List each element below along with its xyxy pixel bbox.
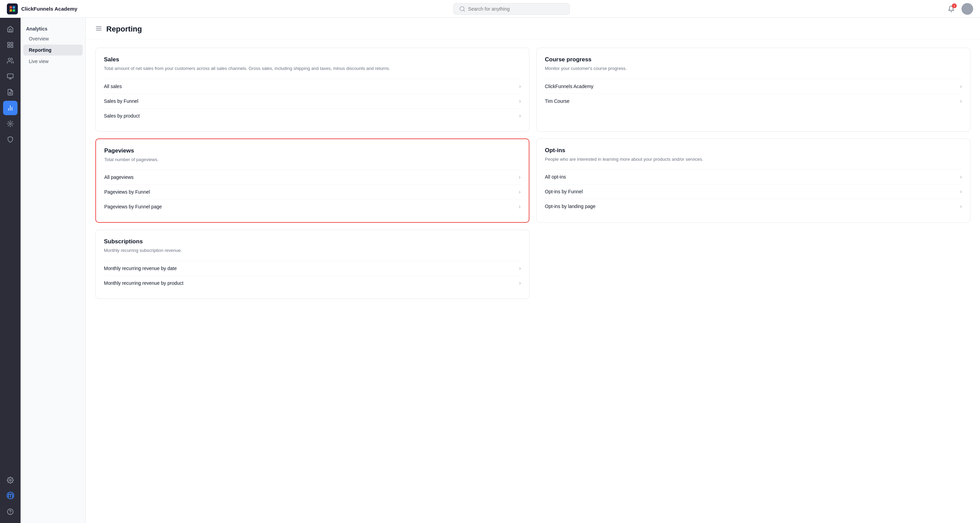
card-link-opt-ins-0[interactable]: All opt-ins › — [545, 169, 962, 184]
sidebar-icon-contacts[interactable] — [3, 54, 18, 68]
card-link-opt-ins-1[interactable]: Opt-ins by Funnel › — [545, 184, 962, 199]
reporting-cards: Sales Total amount of net sales from you… — [86, 40, 980, 307]
card-link-subscriptions-1[interactable]: Monthly recurring revenue by product › — [104, 275, 521, 290]
sidebar-icon-funnels[interactable] — [3, 38, 18, 52]
card-link-label: Opt-ins by landing page — [545, 203, 596, 209]
card-link-label: Pageviews by Funnel page — [104, 204, 162, 210]
card-link-course-progress-0[interactable]: ClickFunnels Academy › — [545, 79, 962, 94]
sidebar-icon-crm[interactable] — [3, 85, 18, 99]
chevron-right-icon: › — [960, 189, 962, 195]
menu-icon[interactable] — [95, 25, 102, 33]
sidebar-section-analytics[interactable]: Analytics — [21, 23, 85, 33]
card-link-sales-1[interactable]: Sales by Funnel › — [104, 94, 521, 108]
card-link-label: Sales by product — [104, 113, 140, 119]
sidebar-icon-help[interactable] — [3, 504, 18, 519]
sidebar-navigation: Analytics Overview Reporting Live view — [21, 18, 86, 523]
chevron-right-icon: › — [519, 174, 520, 180]
notification-badge: 1 — [952, 3, 957, 8]
card-desc-subscriptions: Monthly recurring subscription revenue. — [104, 247, 521, 254]
notification-button[interactable]: 1 — [946, 3, 957, 14]
top-navigation: ClickFunnels Academy 1 — [0, 0, 980, 18]
card-link-pageviews-1[interactable]: Pageviews by Funnel › — [104, 184, 520, 199]
chevron-right-icon: › — [519, 280, 521, 286]
sidebar-item-reporting[interactable]: Reporting — [23, 45, 83, 56]
top-nav-right: 1 — [946, 3, 973, 15]
app-logo — [7, 3, 18, 14]
sidebar-item-overview[interactable]: Overview — [23, 33, 83, 44]
card-link-label: Sales by Funnel — [104, 99, 138, 104]
card-link-label: All opt-ins — [545, 174, 566, 180]
card-pageviews: Pageviews Total number of pageviews. All… — [95, 138, 530, 223]
card-link-label: All pageviews — [104, 175, 134, 180]
svg-point-17 — [10, 480, 11, 481]
card-link-label: Tim Course — [545, 99, 570, 104]
card-sales: Sales Total amount of net sales from you… — [95, 48, 530, 132]
chevron-right-icon: › — [519, 203, 520, 210]
chevron-right-icon: › — [519, 113, 521, 119]
svg-rect-6 — [11, 43, 13, 45]
card-desc-pageviews: Total number of pageviews. — [104, 156, 520, 163]
card-desc-opt-ins: People who are interested in learning mo… — [545, 156, 962, 163]
card-title-subscriptions: Subscriptions — [104, 238, 521, 245]
app-name: ClickFunnels Academy — [21, 6, 78, 12]
card-link-pageviews-0[interactable]: All pageviews › — [104, 170, 520, 184]
chevron-right-icon: › — [519, 98, 521, 104]
sidebar-icon-ai[interactable]: ⓜ — [3, 489, 18, 503]
card-link-course-progress-1[interactable]: Tim Course › — [545, 94, 962, 108]
card-link-label: All sales — [104, 84, 122, 89]
sidebar-icon-analytics[interactable] — [3, 101, 18, 115]
card-link-sales-0[interactable]: All sales › — [104, 79, 521, 94]
search-input[interactable] — [468, 6, 564, 12]
main-layout: ⓜ Analytics Overview Reporting Live view… — [0, 18, 980, 523]
card-link-label: Monthly recurring revenue by date — [104, 265, 177, 271]
sidebar-icon-settings[interactable] — [3, 473, 18, 487]
svg-rect-3 — [13, 9, 15, 12]
content-header: Reporting — [86, 18, 980, 40]
svg-rect-8 — [8, 46, 10, 48]
card-title-course-progress: Course progress — [545, 56, 962, 63]
card-subscriptions: Subscriptions Monthly recurring subscrip… — [95, 230, 530, 299]
card-link-label: Monthly recurring revenue by product — [104, 280, 183, 286]
svg-rect-0 — [10, 6, 12, 9]
avatar[interactable] — [961, 3, 973, 15]
sidebar-icons: ⓜ — [0, 18, 21, 523]
sidebar-icon-products[interactable] — [3, 69, 18, 84]
card-opt-ins: Opt-ins People who are interested in lea… — [536, 138, 970, 223]
card-desc-sales: Total amount of net sales from your cust… — [104, 65, 521, 72]
card-link-opt-ins-2[interactable]: Opt-ins by landing page › — [545, 199, 962, 213]
sidebar-icon-courses[interactable] — [3, 132, 18, 147]
sidebar-icon-home[interactable] — [3, 22, 18, 37]
chevron-right-icon: › — [960, 83, 962, 89]
svg-rect-2 — [10, 9, 12, 12]
content-area: Reporting Sales Total amount of net sale… — [86, 18, 980, 523]
sidebar-item-live-view[interactable]: Live view — [23, 56, 83, 67]
card-course-progress: Course progress Monitor your customer's … — [536, 48, 970, 132]
card-link-subscriptions-0[interactable]: Monthly recurring revenue by date › — [104, 261, 521, 275]
card-title-opt-ins: Opt-ins — [545, 147, 962, 154]
svg-point-16 — [10, 123, 11, 125]
card-link-label: Pageviews by Funnel — [104, 189, 150, 195]
card-desc-course-progress: Monitor your customer's course progress. — [545, 65, 962, 72]
card-link-pageviews-2[interactable]: Pageviews by Funnel page › — [104, 199, 520, 214]
chevron-right-icon: › — [519, 83, 521, 89]
chevron-right-icon: › — [519, 189, 520, 195]
card-link-label: ClickFunnels Academy — [545, 84, 593, 89]
search-bar[interactable] — [453, 3, 570, 15]
card-link-label: Opt-ins by Funnel — [545, 189, 583, 194]
svg-rect-7 — [11, 46, 13, 48]
chevron-right-icon: › — [960, 174, 962, 180]
sidebar-icon-automations[interactable] — [3, 116, 18, 131]
svg-rect-5 — [8, 43, 10, 45]
chevron-right-icon: › — [960, 203, 962, 210]
chevron-right-icon: › — [519, 265, 521, 272]
card-title-sales: Sales — [104, 56, 521, 63]
card-link-sales-2[interactable]: Sales by product › — [104, 108, 521, 123]
top-nav-left: ClickFunnels Academy — [7, 3, 78, 14]
svg-rect-10 — [8, 74, 13, 78]
search-icon — [459, 5, 465, 12]
card-title-pageviews: Pageviews — [104, 147, 520, 154]
chevron-right-icon: › — [960, 98, 962, 104]
svg-rect-1 — [13, 6, 15, 9]
page-title: Reporting — [106, 25, 142, 33]
svg-point-9 — [8, 58, 11, 60]
